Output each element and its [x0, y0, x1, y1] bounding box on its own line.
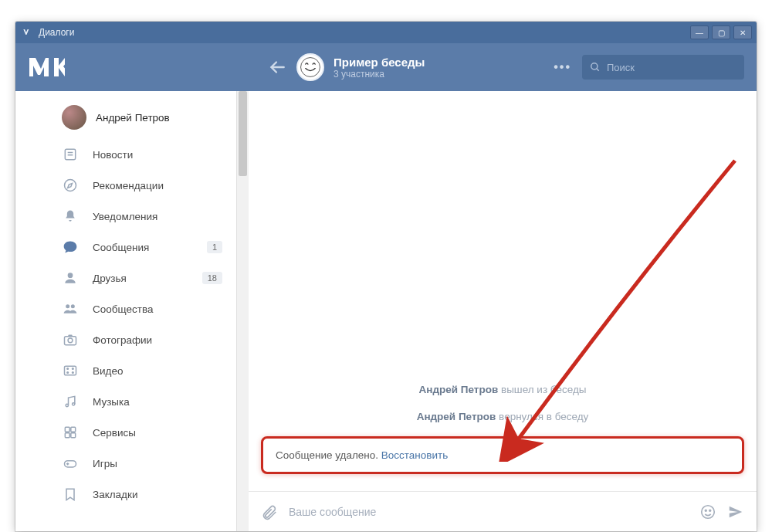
chat-area: Андрей Петров вышел из беседы Андрей Пет…: [249, 91, 757, 531]
music-icon: [62, 394, 79, 409]
svg-rect-9: [65, 366, 76, 375]
svg-rect-2: [65, 149, 75, 159]
minimize-button[interactable]: —: [690, 25, 709, 39]
friends-icon: [62, 270, 79, 286]
svg-point-3: [65, 180, 76, 191]
svg-rect-18: [65, 433, 69, 438]
svg-point-0: [301, 58, 320, 77]
svg-point-12: [67, 372, 69, 374]
window-title: Диалоги: [39, 27, 74, 38]
svg-point-10: [67, 368, 69, 370]
svg-point-15: [73, 403, 75, 405]
vk-logo-small: [20, 25, 34, 39]
sidebar-item-video[interactable]: Видео: [62, 355, 236, 386]
sidebar-item-bookmarks[interactable]: Закладки: [62, 479, 236, 510]
chat-avatar[interactable]: [296, 53, 324, 81]
system-message-left: Андрей Петров вышел из беседы: [249, 376, 757, 403]
attach-icon[interactable]: [261, 503, 278, 520]
sidebar-scrollbar[interactable]: [236, 91, 249, 531]
svg-point-21: [702, 505, 715, 518]
sidebar-item-news[interactable]: Новости: [62, 139, 236, 170]
scrollbar-thumb[interactable]: [239, 91, 247, 176]
svg-rect-17: [71, 427, 76, 432]
back-button[interactable]: [267, 57, 287, 77]
sidebar-item-friends[interactable]: Друзья18: [62, 263, 236, 293]
sidebar-item-photos[interactable]: Фотографии: [62, 324, 236, 355]
message-icon: [62, 239, 79, 255]
svg-point-6: [71, 304, 75, 308]
svg-point-1: [591, 63, 598, 69]
message-list: Андрей Петров вышел из беседы Андрей Пет…: [249, 91, 757, 491]
camera-icon: [62, 332, 79, 347]
messages-badge: 1: [207, 241, 222, 253]
restore-link[interactable]: Восстановить: [381, 449, 448, 461]
bookmark-icon: [62, 486, 79, 502]
emoji-icon[interactable]: [699, 503, 716, 520]
svg-point-11: [73, 368, 74, 370]
games-icon: [62, 456, 79, 471]
svg-point-5: [66, 304, 69, 308]
svg-point-4: [68, 273, 73, 278]
svg-point-22: [705, 510, 706, 511]
sidebar: Андрей Петров Новости Рекомендации Уведо…: [15, 91, 236, 531]
sidebar-item-music[interactable]: Музыка: [62, 386, 236, 417]
search-box[interactable]: Поиск: [582, 55, 744, 80]
chat-subtitle[interactable]: 3 участника: [334, 69, 425, 80]
svg-point-14: [66, 404, 68, 406]
friends-badge: 18: [202, 272, 222, 284]
vk-logo[interactable]: [28, 56, 120, 78]
maximize-button[interactable]: ▢: [712, 25, 730, 39]
sidebar-item-communities[interactable]: Сообщества: [62, 293, 236, 324]
sidebar-item-games[interactable]: Игры: [62, 448, 236, 479]
window-titlebar[interactable]: Диалоги — ▢ ✕: [15, 22, 757, 43]
search-placeholder: Поиск: [607, 62, 635, 73]
sidebar-item-notifications[interactable]: Уведомления: [62, 201, 236, 232]
deleted-text: Сообщение удалено.: [276, 449, 381, 461]
sidebar-item-services[interactable]: Сервисы: [62, 417, 236, 448]
sidebar-item-recommendations[interactable]: Рекомендации: [62, 170, 236, 201]
message-input[interactable]: [289, 506, 689, 518]
sidebar-item-messages[interactable]: Сообщения1: [62, 232, 236, 263]
user-name: Андрей Петров: [96, 112, 170, 124]
system-message-returned: Андрей Петров вернулся в беседу: [249, 403, 757, 430]
video-icon: [62, 363, 79, 378]
send-icon[interactable]: [727, 503, 744, 520]
svg-point-13: [73, 372, 74, 374]
window-controls: — ▢ ✕: [690, 25, 752, 39]
news-icon: [62, 147, 79, 162]
groups-icon: [62, 301, 79, 317]
svg-rect-16: [65, 427, 69, 432]
compass-icon: [62, 178, 79, 193]
services-icon: [62, 425, 79, 440]
app-header: Пример беседы 3 участника ••• Поиск: [15, 43, 757, 91]
deleted-message-box: Сообщение удалено. Восстановить: [261, 436, 744, 474]
svg-point-8: [68, 338, 73, 343]
bell-icon: [62, 208, 79, 224]
close-button[interactable]: ✕: [733, 25, 752, 39]
svg-rect-19: [71, 433, 76, 438]
app-window: Диалоги — ▢ ✕ Пример беседы 3 участника …: [15, 22, 757, 531]
sidebar-profile[interactable]: Андрей Петров: [62, 99, 236, 139]
svg-point-23: [709, 510, 711, 511]
chat-title[interactable]: Пример беседы: [334, 56, 425, 69]
svg-rect-20: [65, 461, 76, 467]
chat-menu-button[interactable]: •••: [554, 60, 571, 74]
message-input-row: [249, 491, 757, 531]
user-avatar: [62, 105, 86, 130]
